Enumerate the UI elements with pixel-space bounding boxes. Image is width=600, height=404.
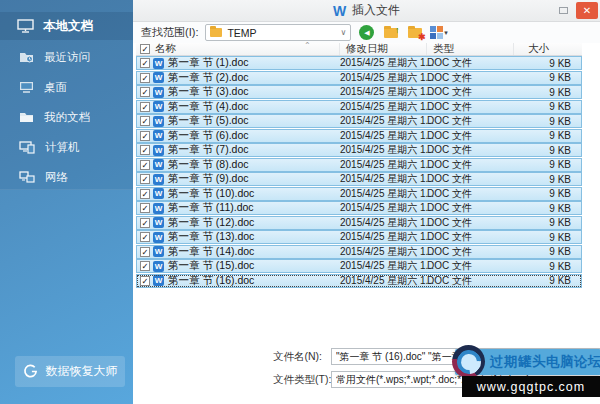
- column-label-size: 大小: [528, 42, 549, 56]
- file-name: 第一章 节 (10).doc: [164, 187, 334, 201]
- look-in-combobox[interactable]: TEMP ∨: [205, 24, 351, 41]
- row-checkbox[interactable]: ✓: [140, 131, 150, 141]
- back-button[interactable]: ◀: [358, 24, 375, 41]
- file-size: 9 KB: [508, 58, 581, 69]
- up-one-level-button[interactable]: ↑: [382, 24, 399, 41]
- new-folder-button[interactable]: ✱: [406, 24, 423, 41]
- doc-file-icon: W: [153, 159, 164, 170]
- file-row[interactable]: ✓ W 第一章 节 (8).doc 2015/4/25 星期六 1... DOC…: [136, 158, 582, 172]
- sidebar-header-label: 本地文档: [43, 18, 93, 35]
- select-all-checkbox[interactable]: ✓: [140, 44, 150, 54]
- file-date: 2015/4/25 星期六 1...: [334, 100, 421, 114]
- file-date: 2015/4/25 星期六 1...: [334, 158, 421, 172]
- sidebar-item-computer[interactable]: 计算机: [0, 132, 133, 162]
- sidebar-item-local-documents[interactable]: 本地文档: [0, 12, 133, 40]
- file-name: 第一章 节 (14).doc: [164, 245, 334, 259]
- doc-file-icon: W: [153, 246, 164, 257]
- column-header-date[interactable]: 修改日期: [340, 43, 427, 55]
- row-checkbox[interactable]: ✓: [140, 116, 150, 126]
- network-icon: [19, 171, 35, 184]
- file-size: 9 KB: [508, 217, 581, 228]
- file-row[interactable]: ✓ W 第一章 节 (16).doc 2015/4/25 星期六 1... DO…: [136, 274, 582, 288]
- file-type: DOC 文件: [421, 56, 508, 70]
- file-name: 第一章 节 (6).doc: [164, 129, 334, 143]
- doc-file-icon: W: [153, 145, 164, 156]
- file-type: DOC 文件: [421, 172, 508, 186]
- file-size: 9 KB: [508, 87, 581, 98]
- file-row[interactable]: ✓ W 第一章 节 (10).doc 2015/4/25 星期六 1... DO…: [136, 187, 582, 201]
- row-checkbox[interactable]: ✓: [140, 189, 150, 199]
- row-checkbox[interactable]: ✓: [140, 203, 150, 213]
- file-list: ✓ W 第一章 节 (1).doc 2015/4/25 星期六 1... DOC…: [136, 56, 582, 288]
- doc-file-icon: W: [153, 174, 164, 185]
- row-checkbox[interactable]: ✓: [140, 145, 150, 155]
- file-row[interactable]: ✓ W 第一章 节 (13).doc 2015/4/25 星期六 1... DO…: [136, 230, 582, 244]
- row-checkbox[interactable]: ✓: [140, 247, 150, 257]
- file-row[interactable]: ✓ W 第一章 节 (3).doc 2015/4/25 星期六 1... DOC…: [136, 85, 582, 99]
- doc-file-icon: W: [153, 101, 164, 112]
- titlebar: W 插入文件 ✕: [133, 0, 600, 22]
- column-label-type: 类型: [433, 42, 454, 56]
- toolbar: 查找范围(I): TEMP ∨ ◀ ↑ ✱ ▾: [133, 22, 600, 43]
- file-row[interactable]: ✓ W 第一章 节 (11).doc 2015/4/25 星期六 1... DO…: [136, 201, 582, 215]
- file-size: 9 KB: [508, 130, 581, 141]
- file-row[interactable]: ✓ W 第一章 节 (6).doc 2015/4/25 星期六 1... DOC…: [136, 129, 582, 143]
- row-checkbox[interactable]: ✓: [140, 261, 150, 271]
- sidebar-item-label: 最近访问: [44, 50, 90, 65]
- sidebar-item-recent[interactable]: 最近访问: [0, 42, 133, 72]
- file-name: 第一章 节 (9).doc: [164, 172, 334, 186]
- file-name: 第一章 节 (5).doc: [164, 114, 334, 128]
- desktop-icon: [19, 81, 34, 93]
- sidebar: 本地文档 最近访问 桌面: [0, 0, 133, 404]
- row-checkbox[interactable]: ✓: [140, 232, 150, 242]
- list-header: ✓ 名称 ⌃ 修改日期 类型 大小: [136, 43, 582, 56]
- folder-icon: [210, 28, 222, 37]
- column-header-size[interactable]: 大小: [514, 42, 582, 56]
- maximize-button[interactable]: [553, 2, 573, 19]
- computer-icon: [19, 141, 35, 154]
- file-row[interactable]: ✓ W 第一章 节 (15).doc 2015/4/25 星期六 1... DO…: [136, 259, 582, 273]
- row-checkbox[interactable]: ✓: [140, 218, 150, 228]
- file-row[interactable]: ✓ W 第一章 节 (14).doc 2015/4/25 星期六 1... DO…: [136, 245, 582, 259]
- close-button[interactable]: ✕: [576, 2, 598, 19]
- file-name: 第一章 节 (12).doc: [164, 216, 334, 230]
- row-checkbox[interactable]: ✓: [140, 160, 150, 170]
- row-checkbox[interactable]: ✓: [140, 102, 150, 112]
- file-type: DOC 文件: [421, 71, 508, 85]
- row-checkbox[interactable]: ✓: [140, 58, 150, 68]
- monitor-icon: [17, 19, 34, 33]
- sidebar-item-label: 计算机: [45, 140, 80, 155]
- file-row[interactable]: ✓ W 第一章 节 (7).doc 2015/4/25 星期六 1... DOC…: [136, 143, 582, 157]
- main-panel: W 插入文件 ✕ 查找范围(I): TEMP ∨ ◀ ↑: [133, 0, 600, 404]
- close-icon: ✕: [583, 6, 591, 16]
- file-date: 2015/4/25 星期六 1...: [334, 230, 421, 244]
- row-checkbox[interactable]: ✓: [140, 174, 150, 184]
- look-in-value: TEMP: [227, 27, 256, 39]
- sidebar-item-desktop[interactable]: 桌面: [0, 72, 133, 102]
- file-row[interactable]: ✓ W 第一章 节 (2).doc 2015/4/25 星期六 1... DOC…: [136, 71, 582, 85]
- filename-label: 文件名(N):: [273, 350, 331, 364]
- file-row[interactable]: ✓ W 第一章 节 (1).doc 2015/4/25 星期六 1... DOC…: [136, 56, 582, 70]
- file-row[interactable]: ✓ W 第一章 节 (5).doc 2015/4/25 星期六 1... DOC…: [136, 114, 582, 128]
- watermark-forum-name: 过期罐头电脑论坛: [490, 353, 600, 371]
- file-row[interactable]: ✓ W 第一章 节 (4).doc 2015/4/25 星期六 1... DOC…: [136, 100, 582, 114]
- sort-ascending-icon: ⌃: [304, 41, 311, 50]
- look-in-label: 查找范围(I):: [141, 25, 198, 40]
- file-date: 2015/4/25 星期六 1...: [334, 114, 421, 128]
- doc-file-icon: W: [153, 261, 164, 272]
- file-row[interactable]: ✓ W 第一章 节 (12).doc 2015/4/25 星期六 1... DO…: [136, 216, 582, 230]
- sidebar-item-network[interactable]: 网络: [0, 162, 133, 192]
- views-menu-button[interactable]: ▾: [430, 24, 447, 41]
- file-row[interactable]: ✓ W 第一章 节 (9).doc 2015/4/25 星期六 1... DOC…: [136, 172, 582, 186]
- sidebar-item-label: 桌面: [44, 80, 67, 95]
- column-header-type[interactable]: 类型: [427, 43, 514, 55]
- sidebar-item-my-documents[interactable]: 我的文档: [0, 102, 133, 132]
- file-type: DOC 文件: [421, 201, 508, 215]
- recovery-button-label: 数据恢复大师: [46, 363, 118, 380]
- row-checkbox[interactable]: ✓: [140, 73, 150, 83]
- row-checkbox[interactable]: ✓: [140, 87, 150, 97]
- row-checkbox[interactable]: ✓: [140, 276, 150, 286]
- watermark-url: www.gqgtpc.com: [462, 376, 600, 397]
- data-recovery-button[interactable]: 数据恢复大师: [15, 356, 125, 387]
- maximize-icon: [559, 7, 568, 14]
